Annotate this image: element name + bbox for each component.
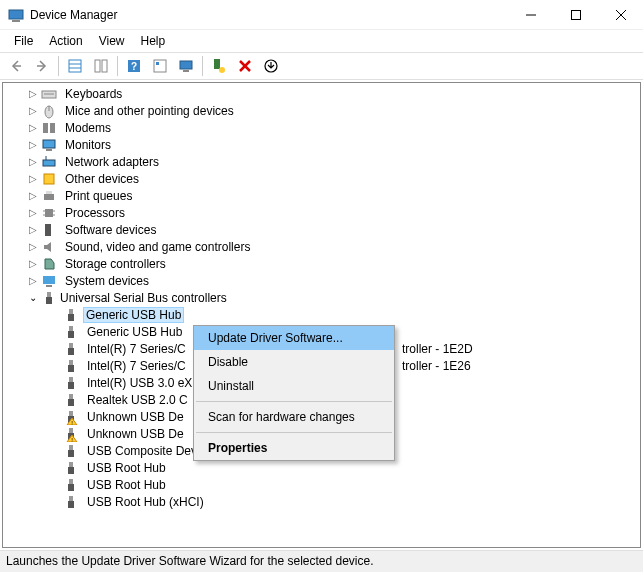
context-menu-item[interactable]: Update Driver Software... <box>194 326 394 350</box>
context-menu-item[interactable]: Scan for hardware changes <box>194 405 394 429</box>
chevron-right-icon[interactable]: ▷ <box>25 120 41 136</box>
menu-separator <box>196 432 392 433</box>
storage-icon <box>41 256 57 272</box>
tree-label: USB Root Hub (xHCI) <box>83 494 208 510</box>
other-icon <box>41 171 57 187</box>
statusbar: Launches the Update Driver Software Wiza… <box>0 550 643 572</box>
svg-rect-8 <box>69 60 81 72</box>
chevron-right-icon[interactable]: ▷ <box>25 273 41 289</box>
menu-help[interactable]: Help <box>133 32 174 50</box>
back-button[interactable] <box>4 54 28 78</box>
tree-child-node[interactable]: USB Root Hub <box>7 459 640 476</box>
chevron-down-icon[interactable]: ⌄ <box>25 290 41 306</box>
tree-node[interactable]: ▷ Network adapters <box>7 153 640 170</box>
usb-icon <box>63 460 79 476</box>
svg-rect-69 <box>69 479 73 484</box>
view-button[interactable] <box>148 54 172 78</box>
tree-node[interactable]: ▷ Print queues <box>7 187 640 204</box>
tree-label: Other devices <box>61 171 143 187</box>
svg-point-20 <box>219 67 225 73</box>
usb-icon <box>63 392 79 408</box>
maximize-button[interactable] <box>553 0 598 29</box>
tree-node[interactable]: ▷ Sound, video and game controllers <box>7 238 640 255</box>
sound-icon <box>41 239 57 255</box>
svg-rect-44 <box>46 285 52 287</box>
usb-icon <box>41 290 57 306</box>
device-tree[interactable]: ▷ Keyboards ▷ Mice and other pointing de… <box>2 82 641 548</box>
tree-label: Modems <box>61 120 115 136</box>
tree-node-expanded[interactable]: ⌄ Universal Serial Bus controllers <box>7 289 640 306</box>
help-button[interactable]: ? <box>122 54 146 78</box>
tree-child-node[interactable]: Generic USB Hub <box>7 306 640 323</box>
show-hide-button[interactable] <box>63 54 87 78</box>
status-text: Launches the Update Driver Software Wiza… <box>6 554 374 568</box>
tree-label: Storage controllers <box>61 256 170 272</box>
chevron-right-icon[interactable]: ▷ <box>25 86 41 102</box>
tree-child-node[interactable]: USB Root Hub <box>7 476 640 493</box>
chevron-right-icon[interactable]: ▷ <box>25 154 41 170</box>
svg-rect-67 <box>69 462 73 467</box>
tree-node[interactable]: ▷ Processors <box>7 204 640 221</box>
tree-node[interactable]: ▷ Keyboards <box>7 85 640 102</box>
svg-rect-52 <box>68 348 74 355</box>
refresh-button[interactable] <box>207 54 231 78</box>
svg-rect-36 <box>46 191 52 194</box>
tree-label: System devices <box>61 273 153 289</box>
svg-rect-3 <box>571 10 580 19</box>
menu-file[interactable]: File <box>6 32 41 50</box>
properties-button[interactable] <box>89 54 113 78</box>
tree-node[interactable]: ▷ Other devices <box>7 170 640 187</box>
svg-rect-53 <box>69 360 73 365</box>
tree-node[interactable]: ▷ Storage controllers <box>7 255 640 272</box>
context-menu-item[interactable]: Uninstall <box>194 374 394 398</box>
chevron-right-icon[interactable]: ▷ <box>25 171 41 187</box>
delete-button[interactable] <box>233 54 257 78</box>
tree-node[interactable]: ▷ Modems <box>7 119 640 136</box>
svg-rect-71 <box>69 496 73 501</box>
update-button[interactable] <box>259 54 283 78</box>
menu-action[interactable]: Action <box>41 32 90 50</box>
svg-rect-11 <box>95 60 100 72</box>
svg-rect-66 <box>68 450 74 457</box>
context-menu-item[interactable]: Properties <box>194 436 394 460</box>
minimize-button[interactable] <box>508 0 553 29</box>
usb-icon <box>63 358 79 374</box>
svg-rect-37 <box>45 209 53 217</box>
tree-label: Sound, video and game controllers <box>61 239 254 255</box>
svg-rect-29 <box>50 123 55 133</box>
close-button[interactable] <box>598 0 643 29</box>
tree-label: Network adapters <box>61 154 163 170</box>
svg-rect-15 <box>154 60 166 72</box>
menu-view[interactable]: View <box>91 32 133 50</box>
tree-node[interactable]: ▷ Mice and other pointing devices <box>7 102 640 119</box>
tree-label: USB Root Hub <box>83 477 170 493</box>
svg-rect-46 <box>46 297 52 304</box>
svg-rect-49 <box>69 326 73 331</box>
chevron-right-icon[interactable]: ▷ <box>25 239 41 255</box>
menubar: File Action View Help <box>0 30 643 52</box>
tree-node[interactable]: ▷ System devices <box>7 272 640 289</box>
svg-rect-65 <box>69 445 73 450</box>
tree-child-node[interactable]: USB Root Hub (xHCI) <box>7 493 640 510</box>
chevron-right-icon[interactable]: ▷ <box>25 205 41 221</box>
svg-rect-35 <box>44 194 54 200</box>
svg-rect-72 <box>68 501 74 508</box>
network-icon <box>41 154 57 170</box>
tree-label-suffix: troller - 1E2D <box>402 342 473 356</box>
tree-label: Processors <box>61 205 129 221</box>
chevron-right-icon[interactable]: ▷ <box>25 222 41 238</box>
tree-node[interactable]: ▷ Monitors <box>7 136 640 153</box>
usb-icon <box>63 477 79 493</box>
tree-node[interactable]: ▷ Software devices <box>7 221 640 238</box>
svg-rect-59 <box>69 411 73 416</box>
chevron-right-icon[interactable]: ▷ <box>25 137 41 153</box>
chevron-right-icon[interactable]: ▷ <box>25 256 41 272</box>
context-menu-item[interactable]: Disable <box>194 350 394 374</box>
forward-button[interactable] <box>30 54 54 78</box>
window-title: Device Manager <box>30 8 508 22</box>
usb-icon <box>63 307 79 323</box>
monitor-button[interactable] <box>174 54 198 78</box>
chevron-right-icon[interactable]: ▷ <box>25 188 41 204</box>
usb-icon <box>63 375 79 391</box>
chevron-right-icon[interactable]: ▷ <box>25 103 41 119</box>
